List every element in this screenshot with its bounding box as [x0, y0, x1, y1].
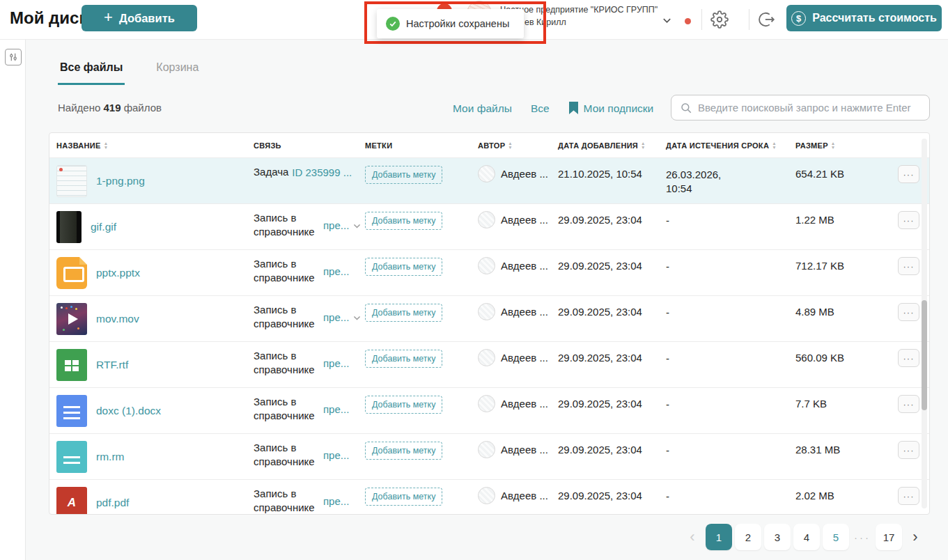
pagination-page[interactable]: 4: [793, 524, 820, 550]
date-expires: -: [666, 388, 795, 412]
file-size: 28.31 MB: [795, 434, 873, 456]
quick-filters: Мои файлы Все Мои подписки: [453, 102, 653, 115]
add-tag-button[interactable]: Добавить метку: [365, 304, 442, 322]
play-icon: [68, 313, 78, 325]
toast-text: Настройки сохранены: [406, 18, 509, 29]
author-name: Авдеев ...: [501, 490, 548, 501]
filter-subscriptions[interactable]: Мои подписки: [568, 102, 654, 115]
sort-icon[interactable]: ▲▼: [772, 141, 777, 149]
sort-icon[interactable]: ▲▼: [104, 141, 109, 149]
files-table: Название▲▼СвязьМеткиАвтор▲▼Дата добавлен…: [49, 132, 930, 515]
row-actions-button[interactable]: ···: [898, 303, 919, 321]
row-actions-button[interactable]: ···: [898, 257, 919, 275]
table-header-row: Название▲▼СвязьМеткиАвтор▲▼Дата добавлен…: [49, 133, 929, 157]
row-actions-button[interactable]: ···: [898, 487, 919, 505]
relation-link[interactable]: пре...: [323, 219, 349, 231]
file-thumbnail: [56, 211, 81, 243]
file-name-link[interactable]: mov.mov: [96, 313, 139, 325]
add-tag-button[interactable]: Добавить метку: [365, 166, 442, 184]
add-tag-button[interactable]: Добавить метку: [365, 212, 442, 230]
add-tag-button[interactable]: Добавить метку: [365, 350, 442, 368]
column-header[interactable]: Размер▲▼: [795, 141, 873, 150]
add-button[interactable]: + Добавить: [81, 5, 197, 31]
tab-all-files[interactable]: Все файлы: [58, 61, 125, 85]
pagination-next[interactable]: ›: [905, 524, 926, 550]
results-count: Найдено 419 файлов: [58, 102, 162, 114]
file-size: 2.02 MB: [795, 480, 873, 501]
relation-link[interactable]: пре...: [323, 265, 349, 277]
column-header[interactable]: Название▲▼: [56, 141, 254, 150]
divider: [701, 9, 702, 30]
pagination-page[interactable]: 2: [735, 524, 761, 550]
row-actions-button[interactable]: ···: [898, 211, 919, 229]
date-expires: -: [666, 204, 795, 228]
tab-trash[interactable]: Корзина: [154, 61, 201, 85]
dollar-icon: $: [791, 11, 806, 26]
gear-icon[interactable]: [710, 10, 729, 31]
file-size: 4.89 MB: [795, 296, 873, 318]
avatar: [478, 395, 495, 412]
relation-link[interactable]: пре...: [323, 357, 349, 369]
filters-icon[interactable]: [5, 49, 22, 65]
pagination-page[interactable]: 1: [706, 524, 732, 550]
row-actions-button[interactable]: ···: [898, 441, 919, 459]
row-actions-button[interactable]: ···: [898, 349, 919, 367]
author-name: Авдеев ...: [501, 444, 548, 456]
file-thumbnail: [56, 257, 87, 289]
file-size: 7.7 KB: [795, 388, 873, 410]
add-tag-button[interactable]: Добавить метку: [365, 396, 442, 414]
relation-type: Запись в справочнике: [254, 487, 320, 515]
relation-type: Запись в справочнике: [254, 395, 320, 423]
column-header[interactable]: Дата истечения срока▲▼: [666, 141, 795, 150]
relation-link[interactable]: пре...: [323, 311, 349, 323]
file-name-link[interactable]: 1-png.png: [96, 175, 145, 187]
sort-icon[interactable]: ▲▼: [508, 141, 513, 149]
relation-link[interactable]: ID 235999 ...: [292, 166, 352, 178]
search-input[interactable]: [698, 102, 921, 114]
file-name-link[interactable]: pptx.pptx: [96, 267, 140, 279]
relation-link[interactable]: пре...: [323, 449, 349, 461]
add-tag-button[interactable]: Добавить метку: [365, 258, 442, 276]
file-thumbnail: [56, 349, 87, 381]
relation-link[interactable]: пре...: [323, 495, 349, 507]
divider: [749, 9, 749, 30]
file-name-link[interactable]: RTF.rtf: [96, 359, 128, 371]
file-thumbnail: [56, 487, 87, 515]
author-name: Авдеев ...: [501, 168, 548, 180]
sort-icon[interactable]: ▲▼: [831, 141, 836, 149]
column-header[interactable]: Дата добавления▲▼: [558, 141, 666, 150]
pagination-prev[interactable]: ‹: [682, 524, 703, 550]
pagination-page[interactable]: 3: [764, 524, 791, 550]
file-name-link[interactable]: pdf.pdf: [96, 497, 129, 509]
chevron-down-icon[interactable]: [352, 313, 362, 322]
add-tag-button[interactable]: Добавить метку: [365, 488, 442, 506]
table-row: RTF.rtf Запись в справочнике пре... Доба…: [49, 341, 929, 387]
pagination: ‹12345···17›: [682, 524, 926, 550]
column-header: Связь: [254, 141, 365, 150]
column-header[interactable]: Автор▲▼: [478, 141, 558, 150]
sort-icon[interactable]: ▲▼: [641, 141, 646, 149]
file-name-link[interactable]: gif.gif: [91, 221, 116, 233]
row-actions-button[interactable]: ···: [898, 395, 919, 413]
chevron-down-icon[interactable]: [662, 15, 672, 29]
calculate-cost-button[interactable]: $ Рассчитать стоимость: [786, 5, 942, 31]
relation-link[interactable]: пре...: [323, 403, 349, 415]
filter-my-files[interactable]: Мои файлы: [453, 102, 512, 115]
filter-all[interactable]: Все: [531, 102, 550, 115]
pagination-page[interactable]: 5: [823, 524, 849, 550]
row-actions-button[interactable]: ···: [898, 165, 919, 183]
pagination-page[interactable]: 17: [876, 524, 902, 550]
tab-bar: Все файлы Корзина: [58, 61, 201, 85]
page-title: Мой диск: [10, 8, 87, 28]
file-name-link[interactable]: rm.rm: [96, 451, 124, 463]
file-name-link[interactable]: doxc (1).docx: [96, 405, 161, 417]
date-added: 29.09.2025, 23:04: [558, 480, 666, 501]
logout-icon[interactable]: [758, 10, 776, 31]
file-thumbnail: [56, 303, 87, 335]
add-tag-button[interactable]: Добавить метку: [365, 442, 442, 460]
file-thumbnail: [56, 165, 87, 197]
chevron-down-icon[interactable]: [352, 221, 362, 231]
table-row: 1-png.png Задача ID 235999 ... Добавить …: [49, 157, 929, 203]
scrollbar-thumb[interactable]: [922, 300, 927, 410]
avatar: [478, 487, 495, 504]
